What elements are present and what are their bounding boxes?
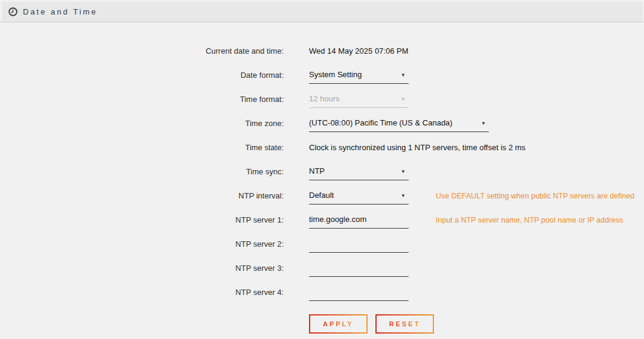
- row-time-state: Time state: Clock is synchronized using …: [0, 136, 644, 160]
- ntp-server-1-hint: Input a NTP server name, NTP pool name o…: [436, 208, 623, 232]
- ntp-server-1-input[interactable]: [309, 211, 409, 229]
- date-format-select[interactable]: System Setting ▼: [309, 66, 409, 84]
- chevron-down-icon: ▼: [401, 72, 406, 77]
- chevron-down-icon: ▼: [401, 192, 406, 198]
- row-ntp-server-1: NTP server 1: Input a NTP server name, N…: [0, 208, 644, 232]
- ntp-interval-label: NTP interval:: [0, 184, 284, 208]
- ntp-server-4-input[interactable]: [309, 283, 409, 301]
- row-time-sync: Time sync: NTP ▼: [0, 160, 644, 184]
- ntp-server-3-label: NTP server 3:: [0, 256, 284, 280]
- ntp-interval-selected-value: Default: [309, 191, 334, 200]
- date-format-label: Date format:: [0, 63, 284, 87]
- chevron-down-icon: ▼: [401, 96, 406, 101]
- row-ntp-interval: NTP interval: Default ▼ Use DEFAULT sett…: [0, 184, 644, 208]
- panel-header: Date and Time: [2, 2, 643, 22]
- ntp-server-2-label: NTP server 2:: [0, 232, 284, 256]
- time-zone-select[interactable]: (UTC-08:00) Pacific Time (US & Canada) ▼: [309, 114, 489, 132]
- page-title: Date and Time: [23, 7, 98, 16]
- time-state-value: Clock is synchronized using 1 NTP server…: [309, 136, 526, 160]
- panel-header-wrap: Date and Time: [0, 2, 644, 22]
- row-ntp-server-4: NTP server 4:: [0, 280, 644, 305]
- apply-button-label: APPLY: [323, 320, 354, 328]
- current-datetime-label: Current date and time:: [0, 39, 284, 63]
- time-zone-selected-value: (UTC-08:00) Pacific Time (US & Canada): [309, 118, 453, 127]
- datetime-form: Current date and time: Wed 14 May 2025 0…: [0, 39, 644, 334]
- time-sync-selected-value: NTP: [309, 166, 325, 176]
- row-date-format: Date format: System Setting ▼: [0, 63, 644, 87]
- date-format-selected-value: System Setting: [309, 70, 362, 79]
- row-time-format: Time format: 12 hours ▼: [0, 87, 644, 112]
- chevron-down-icon: ▼: [481, 120, 486, 125]
- ntp-server-4-label: NTP server 4:: [0, 280, 284, 305]
- time-zone-label: Time zone:: [0, 112, 284, 136]
- current-datetime-value: Wed 14 May 2025 07:06 PM: [309, 39, 409, 63]
- ntp-interval-hint: Use DEFAULT setting when public NTP serv…: [436, 184, 634, 208]
- time-format-label: Time format:: [0, 87, 284, 112]
- row-current-datetime: Current date and time: Wed 14 May 2025 0…: [0, 39, 644, 63]
- time-state-label: Time state:: [0, 136, 284, 160]
- row-ntp-server-3: NTP server 3:: [0, 256, 644, 280]
- time-format-select: 12 hours ▼: [309, 90, 409, 108]
- apply-button[interactable]: APPLY: [309, 314, 368, 334]
- ntp-interval-select[interactable]: Default ▼: [309, 186, 409, 204]
- ntp-server-3-input[interactable]: [309, 259, 409, 277]
- ntp-server-2-input[interactable]: [309, 235, 409, 253]
- row-time-zone: Time zone: (UTC-08:00) Pacific Time (US …: [0, 112, 644, 136]
- time-sync-label: Time sync:: [0, 160, 284, 184]
- button-row: APPLY RESET: [0, 314, 644, 334]
- clock-icon: [8, 7, 18, 16]
- row-ntp-server-2: NTP server 2:: [0, 232, 644, 256]
- time-format-selected-value: 12 hours: [309, 94, 340, 103]
- time-sync-select[interactable]: NTP ▼: [309, 162, 409, 180]
- ntp-server-1-label: NTP server 1:: [0, 208, 284, 232]
- reset-button[interactable]: RESET: [375, 314, 435, 334]
- chevron-down-icon: ▼: [401, 168, 406, 174]
- reset-button-label: RESET: [389, 320, 421, 328]
